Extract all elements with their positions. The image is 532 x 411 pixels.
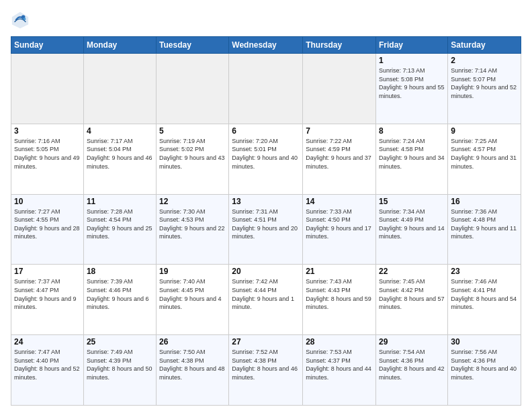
day-number: 30	[451, 337, 518, 347]
day-number: 7	[306, 126, 373, 136]
calendar-cell: 19Sunrise: 7:40 AM Sunset: 4:45 PM Dayli…	[157, 265, 229, 335]
day-info: Sunrise: 7:13 AM Sunset: 5:08 PM Dayligh…	[379, 66, 445, 100]
calendar-cell: 6Sunrise: 7:20 AM Sunset: 5:01 PM Daylig…	[229, 124, 303, 194]
logo-icon	[11, 11, 30, 30]
calendar-cell: 14Sunrise: 7:33 AM Sunset: 4:50 PM Dayli…	[303, 194, 376, 265]
day-info: Sunrise: 7:54 AM Sunset: 4:36 PM Dayligh…	[379, 348, 445, 381]
day-info: Sunrise: 7:14 AM Sunset: 5:07 PM Dayligh…	[451, 66, 518, 100]
day-number: 13	[232, 197, 300, 206]
calendar-cell: 4Sunrise: 7:17 AM Sunset: 5:04 PM Daylig…	[83, 124, 156, 194]
day-number: 25	[87, 337, 153, 347]
calendar-cell	[229, 54, 303, 124]
calendar-cell: 17Sunrise: 7:37 AM Sunset: 4:47 PM Dayli…	[11, 265, 84, 335]
header	[11, 11, 521, 30]
day-number: 2	[451, 56, 518, 65]
calendar-cell: 15Sunrise: 7:34 AM Sunset: 4:49 PM Dayli…	[376, 194, 448, 265]
day-info: Sunrise: 7:49 AM Sunset: 4:39 PM Dayligh…	[87, 348, 153, 381]
calendar-cell: 16Sunrise: 7:36 AM Sunset: 4:48 PM Dayli…	[448, 194, 521, 265]
weekday-header-saturday: Saturday	[448, 37, 521, 54]
day-info: Sunrise: 7:34 AM Sunset: 4:49 PM Dayligh…	[379, 208, 445, 241]
day-info: Sunrise: 7:56 AM Sunset: 4:36 PM Dayligh…	[451, 348, 518, 381]
day-number: 17	[14, 267, 81, 276]
day-info: Sunrise: 7:19 AM Sunset: 5:02 PM Dayligh…	[159, 137, 226, 171]
calendar-table: SundayMondayTuesdayWednesdayThursdayFrid…	[11, 36, 521, 406]
day-info: Sunrise: 7:50 AM Sunset: 4:38 PM Dayligh…	[159, 348, 226, 381]
calendar-cell: 7Sunrise: 7:22 AM Sunset: 4:59 PM Daylig…	[303, 124, 376, 194]
day-info: Sunrise: 7:43 AM Sunset: 4:43 PM Dayligh…	[306, 277, 373, 311]
week-row-5: 24Sunrise: 7:47 AM Sunset: 4:40 PM Dayli…	[11, 335, 521, 406]
calendar-cell: 21Sunrise: 7:43 AM Sunset: 4:43 PM Dayli…	[303, 265, 376, 335]
day-info: Sunrise: 7:25 AM Sunset: 4:57 PM Dayligh…	[451, 137, 518, 171]
weekday-header-monday: Monday	[83, 37, 156, 54]
day-info: Sunrise: 7:39 AM Sunset: 4:46 PM Dayligh…	[87, 277, 153, 311]
svg-point-2	[24, 17, 26, 20]
calendar-cell: 3Sunrise: 7:16 AM Sunset: 5:05 PM Daylig…	[11, 124, 84, 194]
calendar-cell: 10Sunrise: 7:27 AM Sunset: 4:55 PM Dayli…	[11, 194, 84, 265]
day-number: 10	[14, 197, 81, 206]
day-info: Sunrise: 7:42 AM Sunset: 4:44 PM Dayligh…	[232, 277, 300, 311]
weekday-header-friday: Friday	[376, 37, 448, 54]
calendar-cell: 18Sunrise: 7:39 AM Sunset: 4:46 PM Dayli…	[83, 265, 156, 335]
day-number: 14	[306, 197, 373, 206]
day-number: 9	[451, 126, 518, 136]
day-number: 29	[379, 337, 445, 347]
day-number: 20	[232, 267, 300, 276]
day-info: Sunrise: 7:33 AM Sunset: 4:50 PM Dayligh…	[306, 208, 373, 241]
day-number: 15	[379, 197, 445, 206]
svg-marker-0	[12, 12, 28, 28]
day-info: Sunrise: 7:20 AM Sunset: 5:01 PM Dayligh…	[232, 137, 300, 171]
week-row-4: 17Sunrise: 7:37 AM Sunset: 4:47 PM Dayli…	[11, 265, 521, 335]
calendar-cell	[303, 54, 376, 124]
day-info: Sunrise: 7:45 AM Sunset: 4:42 PM Dayligh…	[379, 277, 445, 311]
day-number: 5	[159, 126, 226, 136]
day-number: 11	[87, 197, 153, 206]
day-number: 21	[306, 267, 373, 276]
day-info: Sunrise: 7:36 AM Sunset: 4:48 PM Dayligh…	[451, 208, 518, 241]
day-number: 1	[379, 56, 445, 65]
day-number: 24	[14, 337, 81, 347]
day-info: Sunrise: 7:31 AM Sunset: 4:51 PM Dayligh…	[232, 208, 300, 241]
calendar-cell: 24Sunrise: 7:47 AM Sunset: 4:40 PM Dayli…	[11, 335, 84, 406]
calendar-cell	[83, 54, 156, 124]
week-row-2: 3Sunrise: 7:16 AM Sunset: 5:05 PM Daylig…	[11, 124, 521, 194]
day-info: Sunrise: 7:24 AM Sunset: 4:58 PM Dayligh…	[379, 137, 445, 171]
calendar-cell: 13Sunrise: 7:31 AM Sunset: 4:51 PM Dayli…	[229, 194, 303, 265]
day-number: 22	[379, 267, 445, 276]
week-row-1: 1Sunrise: 7:13 AM Sunset: 5:08 PM Daylig…	[11, 54, 521, 124]
calendar-cell: 11Sunrise: 7:28 AM Sunset: 4:54 PM Dayli…	[83, 194, 156, 265]
day-number: 3	[14, 126, 81, 136]
calendar-cell: 2Sunrise: 7:14 AM Sunset: 5:07 PM Daylig…	[448, 54, 521, 124]
day-info: Sunrise: 7:30 AM Sunset: 4:53 PM Dayligh…	[159, 208, 226, 241]
day-number: 12	[159, 197, 226, 206]
day-number: 18	[87, 267, 153, 276]
day-number: 28	[306, 337, 373, 347]
logo	[11, 11, 32, 30]
day-info: Sunrise: 7:46 AM Sunset: 4:41 PM Dayligh…	[451, 277, 518, 311]
calendar-cell: 28Sunrise: 7:53 AM Sunset: 4:37 PM Dayli…	[303, 335, 376, 406]
day-info: Sunrise: 7:53 AM Sunset: 4:37 PM Dayligh…	[306, 348, 373, 381]
calendar-cell: 1Sunrise: 7:13 AM Sunset: 5:08 PM Daylig…	[376, 54, 448, 124]
day-number: 23	[451, 267, 518, 276]
calendar-cell: 12Sunrise: 7:30 AM Sunset: 4:53 PM Dayli…	[157, 194, 229, 265]
day-info: Sunrise: 7:16 AM Sunset: 5:05 PM Dayligh…	[14, 137, 81, 171]
day-info: Sunrise: 7:28 AM Sunset: 4:54 PM Dayligh…	[87, 208, 153, 241]
day-number: 6	[232, 126, 300, 136]
day-info: Sunrise: 7:27 AM Sunset: 4:55 PM Dayligh…	[14, 208, 81, 241]
weekday-header-row: SundayMondayTuesdayWednesdayThursdayFrid…	[11, 37, 521, 54]
day-info: Sunrise: 7:17 AM Sunset: 5:04 PM Dayligh…	[87, 137, 153, 171]
calendar-cell: 25Sunrise: 7:49 AM Sunset: 4:39 PM Dayli…	[83, 335, 156, 406]
day-info: Sunrise: 7:22 AM Sunset: 4:59 PM Dayligh…	[306, 137, 373, 171]
calendar-cell: 27Sunrise: 7:52 AM Sunset: 4:38 PM Dayli…	[229, 335, 303, 406]
calendar-cell: 22Sunrise: 7:45 AM Sunset: 4:42 PM Dayli…	[376, 265, 448, 335]
page: SundayMondayTuesdayWednesdayThursdayFrid…	[0, 0, 532, 411]
day-number: 16	[451, 197, 518, 206]
day-number: 27	[232, 337, 300, 347]
weekday-header-wednesday: Wednesday	[229, 37, 303, 54]
weekday-header-tuesday: Tuesday	[157, 37, 229, 54]
day-number: 8	[379, 126, 445, 136]
calendar-cell: 23Sunrise: 7:46 AM Sunset: 4:41 PM Dayli…	[448, 265, 521, 335]
calendar-cell: 8Sunrise: 7:24 AM Sunset: 4:58 PM Daylig…	[376, 124, 448, 194]
day-info: Sunrise: 7:47 AM Sunset: 4:40 PM Dayligh…	[14, 348, 81, 381]
day-number: 19	[159, 267, 226, 276]
weekday-header-sunday: Sunday	[11, 37, 84, 54]
